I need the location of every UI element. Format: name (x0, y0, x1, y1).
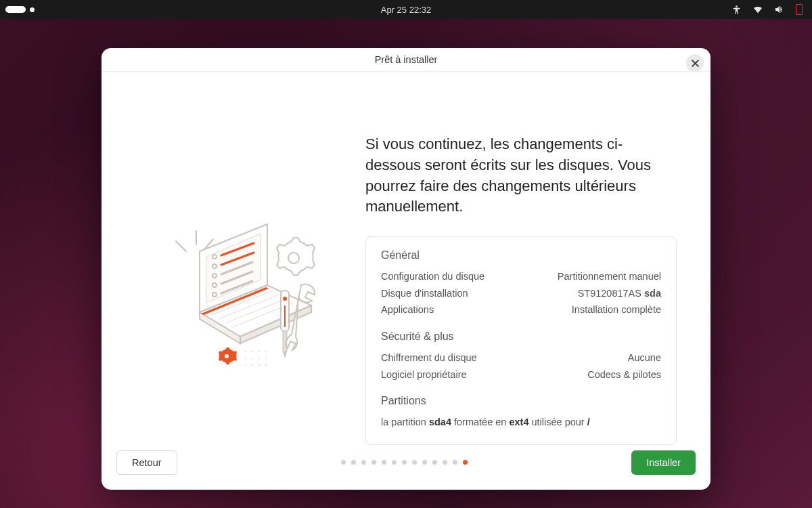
illustration (135, 99, 359, 445)
svg-point-27 (265, 351, 267, 352)
svg-line-1 (176, 241, 186, 251)
value-install-disk: ST9120817AS sda (578, 285, 661, 302)
label-applications: Applications (381, 301, 434, 318)
step-dot-3 (361, 460, 366, 465)
step-dot-10 (432, 460, 437, 465)
svg-point-22 (283, 297, 287, 301)
step-dot-6 (392, 460, 397, 465)
label-disk-config: Configuration du disque (381, 268, 484, 285)
step-dot-9 (422, 460, 427, 465)
row-install-disk: Disque d'installation ST9120817AS sda (381, 285, 661, 302)
activities-area[interactable] (0, 6, 35, 13)
svg-point-31 (265, 358, 267, 359)
svg-point-30 (258, 358, 260, 359)
step-dot-1 (341, 460, 346, 465)
value-applications: Installation complète (572, 301, 661, 318)
installer-window: Prêt à installer (102, 48, 710, 490)
svg-point-29 (252, 358, 253, 359)
svg-point-0 (736, 5, 738, 7)
step-dot-4 (371, 460, 376, 465)
svg-point-28 (245, 358, 246, 359)
svg-point-26 (258, 351, 260, 352)
clock[interactable]: Apr 25 22:32 (381, 5, 431, 15)
wifi-icon (752, 4, 763, 15)
step-dot-13 (463, 460, 468, 465)
volume-icon (774, 4, 785, 15)
step-dot-8 (412, 460, 417, 465)
status-area[interactable] (731, 4, 812, 15)
label-proprietary: Logiciel propriétaire (381, 366, 467, 383)
svg-point-34 (258, 364, 260, 366)
step-dot-5 (382, 460, 386, 465)
partition-line: la partition sda4 formatée en ext4 utili… (381, 414, 661, 431)
step-indicator (177, 460, 632, 465)
row-applications: Applications Installation complète (381, 301, 661, 318)
activities-pill (5, 6, 26, 13)
step-dot-11 (443, 460, 447, 465)
svg-point-18 (288, 253, 299, 263)
section-general-title: Général (381, 249, 661, 261)
label-install-disk: Disque d'installation (381, 285, 468, 302)
svg-point-33 (252, 364, 253, 366)
headline-text: Si vous continuez, les changements ci-de… (365, 134, 677, 217)
value-encryption: Aucune (628, 350, 661, 366)
row-disk-config: Configuration du disque Partitionnement … (381, 268, 661, 285)
back-button[interactable]: Retour (116, 450, 177, 475)
svg-point-19 (225, 354, 229, 358)
install-button[interactable]: Installer (631, 450, 696, 475)
step-dot-12 (453, 460, 457, 465)
svg-point-32 (245, 364, 246, 366)
row-encryption: Chiffrement du disque Aucune (381, 350, 661, 366)
window-footer: Retour Installer (102, 445, 710, 490)
svg-point-35 (265, 364, 267, 366)
summary-box: Général Configuration du disque Partitio… (365, 236, 677, 445)
close-icon (692, 60, 699, 67)
window-header: Prêt à installer (102, 48, 710, 72)
step-dot-7 (402, 460, 407, 465)
row-proprietary: Logiciel propriétaire Codecs & pilotes (381, 366, 661, 383)
window-title: Prêt à installer (375, 54, 438, 65)
section-partitions-title: Partitions (381, 395, 661, 407)
accessibility-icon (731, 5, 742, 15)
step-dot-2 (351, 460, 356, 465)
value-disk-config: Partitionnement manuel (558, 268, 661, 285)
label-encryption: Chiffrement du disque (381, 350, 477, 366)
value-proprietary: Codecs & pilotes (587, 366, 661, 383)
workspace-dot (30, 7, 35, 12)
close-button[interactable] (686, 54, 704, 72)
battery-icon (796, 4, 803, 15)
svg-point-24 (245, 351, 246, 352)
section-security-title: Sécurité & plus (381, 331, 661, 343)
gnome-top-bar: Apr 25 22:32 (0, 0, 812, 19)
svg-point-25 (252, 351, 253, 352)
